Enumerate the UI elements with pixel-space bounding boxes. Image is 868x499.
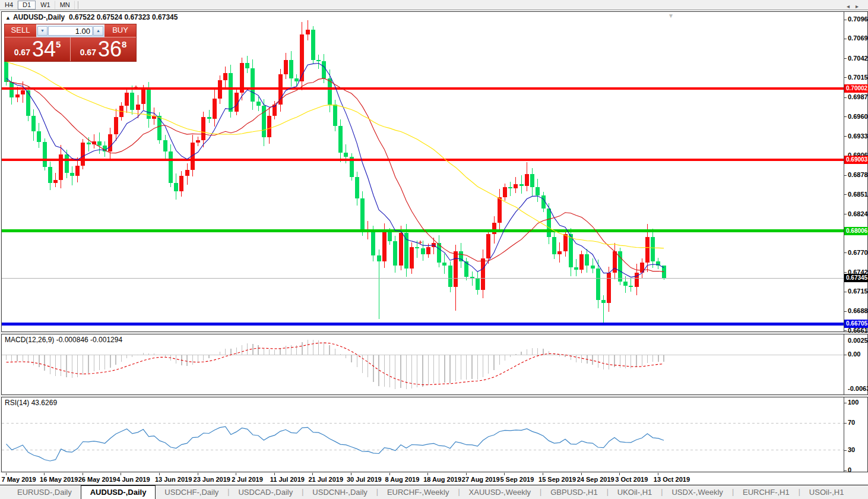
macd-axis-zero: 0.00 — [848, 350, 860, 358]
chart-tab-ukoil-h1[interactable]: UKOil-,H1 — [609, 486, 661, 499]
volume-increase-button[interactable]: ▲ — [93, 26, 103, 36]
date-tick-label: 11 Jul 2019 — [270, 476, 305, 483]
rsi-chart[interactable] — [2, 397, 844, 472]
macd-axis[interactable]: 0.0025740.00-0.006326 — [844, 334, 868, 395]
date-tick-label: 3 Oct 2019 — [615, 476, 648, 483]
date-tick-label: 18 Aug 2019 — [423, 476, 461, 483]
price-tick-label: 0.69330 — [848, 132, 868, 140]
volume-decrease-button[interactable]: ▼ — [37, 26, 47, 36]
price-chart-panel[interactable]: ▲AUDUSD-,Daily 0.67522 0.67524 0.67323 0… — [1, 11, 844, 332]
chart-tab-bar: EURUSD-,DailyAUDUSD-,DailyUSDCHF-,Daily|… — [0, 485, 868, 499]
date-axis[interactable]: 7 May 201916 May 201926 May 20194 Jun 20… — [0, 473, 868, 485]
current-price-label: 0.67345 — [844, 274, 868, 282]
price-tick-mark — [844, 136, 847, 137]
rsi-tick-mark — [844, 423, 847, 424]
price-tick-label: 0.68515 — [848, 191, 868, 198]
price-tick-mark — [844, 20, 847, 20]
chart-tab-usdcnh-daily[interactable]: USDCNH-,Daily — [303, 486, 376, 499]
volume-input[interactable] — [48, 26, 93, 36]
chart-tab-eurchf-h1[interactable]: EURCHF-,H1 — [734, 486, 799, 499]
tab-scroll-arrows: ◂▸ — [847, 3, 864, 10]
chart-title: ▲AUDUSD-,Daily 0.67522 0.67524 0.67323 0… — [5, 13, 178, 21]
timeframe-button-d1[interactable]: D1 — [18, 1, 36, 10]
collapse-arrow-icon[interactable]: ▲ — [5, 15, 11, 21]
date-tick-mark — [44, 473, 45, 475]
rsi-tick-mark — [844, 403, 847, 403]
autoscroll-marker-icon[interactable]: ▼ — [668, 12, 674, 19]
date-tick-label: 21 Jul 2019 — [308, 476, 343, 483]
bid-price-pipette: 5 — [56, 39, 61, 49]
date-tick-mark — [312, 473, 313, 475]
tab-scroll-right-icon[interactable]: ▸ — [856, 3, 864, 10]
price-tick-mark — [844, 39, 847, 39]
timeframe-button-h4[interactable]: H4 — [0, 1, 18, 10]
date-tick-label: 23 Jun 2019 — [194, 476, 230, 483]
macd-chart[interactable] — [2, 334, 844, 394]
chart-tab-audusd-daily[interactable]: AUDUSD-,Daily — [81, 485, 156, 499]
bid-price-main: 34 — [32, 39, 56, 60]
price-tick-mark — [844, 252, 847, 253]
bid-price-box[interactable]: 0.67 34 5 — [5, 37, 71, 61]
sell-button[interactable]: SELL — [5, 24, 36, 37]
price-tick-mark — [844, 194, 847, 195]
price-tick-label: 0.70695 — [848, 34, 868, 42]
date-tick-label: 16 May 2019 — [40, 476, 78, 483]
macd-indicator-panel[interactable]: MACD(12,26,9) -0.000846 -0.001294 — [1, 334, 844, 395]
date-tick-mark — [6, 473, 7, 475]
timeframe-button-w1[interactable]: W1 — [36, 1, 55, 10]
symbol-period-label: AUDUSD-,Daily — [13, 13, 65, 21]
chart-tab-usdcad-daily[interactable]: USDCAD-,Daily — [229, 486, 302, 499]
rsi-tick-label: 100 — [848, 399, 859, 406]
price-tick-mark — [844, 311, 847, 312]
price-tick-label: 0.67700 — [848, 249, 868, 257]
price-tick-label: 0.69605 — [848, 113, 868, 121]
timeframe-toolbar: H4D1W1MN — [0, 0, 868, 10]
date-tick-mark — [389, 473, 390, 475]
ask-price-prefix: 0.67 — [80, 48, 96, 57]
date-tick-mark — [121, 473, 121, 475]
chart-tab-usoil-h1[interactable]: USOil-,H1 — [800, 486, 853, 499]
rsi-tick-label: 70 — [848, 419, 855, 427]
price-tick-label: 0.70150 — [848, 74, 868, 81]
ask-price-main: 36 — [98, 39, 122, 60]
price-tick-mark — [844, 214, 847, 214]
chart-tab-eurchf-weekly[interactable]: EURCHF-,Weekly — [378, 486, 458, 499]
ask-price-box[interactable]: 0.67 36 8 — [71, 37, 136, 61]
chart-tab-usdchf-daily[interactable]: USDCHF-,Daily — [156, 486, 227, 499]
timeframe-button-mn[interactable]: MN — [55, 1, 75, 10]
chart-tab-gbpusd-h1[interactable]: GBPUSD-,H1 — [541, 486, 606, 499]
rsi-tick-mark — [844, 450, 847, 451]
date-tick-mark — [236, 473, 236, 475]
chart-tab-xauusd-weekly[interactable]: XAUUSD-,Weekly — [460, 486, 540, 499]
date-tick-label: 27 Aug 2019 — [462, 476, 500, 483]
price-tick-mark — [844, 175, 847, 176]
date-tick-label: 30 Jul 2019 — [347, 476, 382, 483]
date-tick-label: 4 Jun 2019 — [116, 476, 150, 483]
price-tick-label: 0.66880 — [848, 307, 868, 315]
mt4-window: H4D1W1MN ▲AUDUSD-,Daily 0.67522 0.67524 … — [0, 0, 868, 499]
chart-tab-eurusd-daily[interactable]: EURUSD-,Daily — [8, 486, 81, 499]
date-tick-mark — [466, 473, 467, 475]
rsi-indicator-panel[interactable]: RSI(14) 43.6269 — [1, 397, 844, 472]
price-tick-label: 0.70965 — [848, 15, 868, 23]
ask-price-pipette: 8 — [122, 39, 126, 49]
macd-label: MACD(12,26,9) -0.000846 -0.001294 — [5, 336, 122, 344]
date-tick-mark — [504, 473, 505, 475]
volume-spinner: ▼ ▲ — [36, 24, 104, 37]
tab-scroll-left-icon[interactable]: ◂ — [847, 3, 856, 10]
date-tick-mark — [581, 473, 582, 475]
chart-tab-usdx-weekly[interactable]: USDX-,Weekly — [663, 486, 731, 499]
date-tick-mark — [274, 473, 275, 475]
price-tick-label: 0.67155 — [848, 288, 868, 295]
ohlc-values-text: 0.67522 0.67524 0.67323 0.67345 — [69, 13, 178, 21]
price-tick-mark — [844, 77, 847, 78]
rsi-tick-mark — [844, 470, 847, 471]
date-tick-mark — [198, 473, 198, 475]
rsi-label: RSI(14) 43.6269 — [5, 399, 57, 407]
price-tick-mark — [844, 97, 847, 98]
price-axis[interactable]: 0.709650.706950.704200.701500.698750.696… — [844, 11, 868, 332]
price-tick-mark — [844, 116, 847, 117]
rsi-axis[interactable]: 10070300 — [844, 397, 868, 472]
buy-button[interactable]: BUY — [104, 24, 136, 37]
price-tick-label: 0.68240 — [848, 210, 868, 218]
